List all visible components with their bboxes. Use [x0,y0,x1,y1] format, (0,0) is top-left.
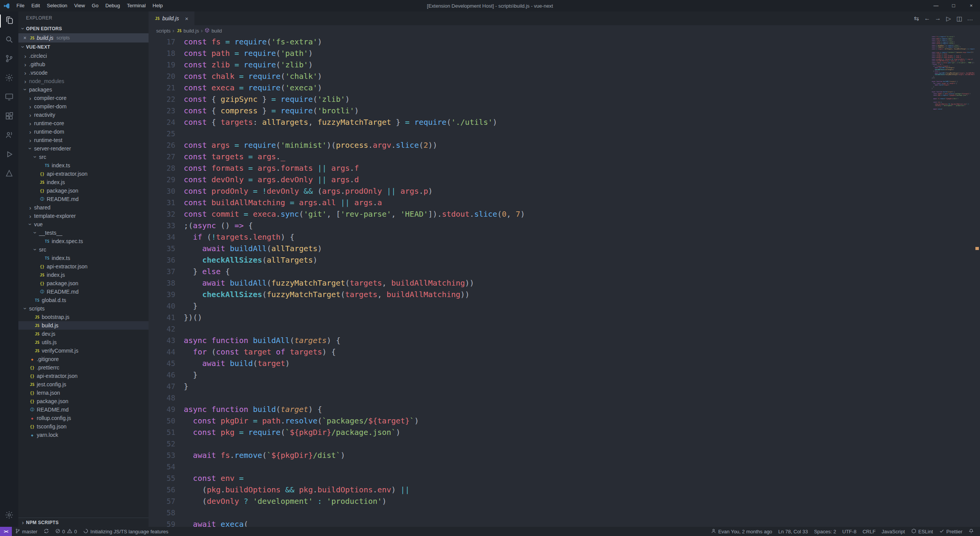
close-icon[interactable]: × [21,35,28,41]
menu-edit[interactable]: Edit [28,0,43,11]
activity-debug[interactable] [0,145,18,165]
code-line[interactable]: 36 checkAllSizes(allTargets) [149,254,980,266]
open-changes-icon[interactable]: ⇆ [911,15,922,22]
breadcrumb-build[interactable]: build [204,28,222,34]
folder-.github[interactable]: ›.github [18,60,149,69]
file-index.ts[interactable]: TSindex.ts [18,161,149,170]
menu-help[interactable]: Help [149,0,167,11]
folder-src[interactable]: ›src [18,245,149,254]
activity-settings-sync[interactable] [0,69,18,88]
file-dev.js[interactable]: JSdev.js [18,330,149,338]
file-.prettierrc[interactable]: {}.prettierrc [18,363,149,372]
code-line[interactable]: 30const prodOnly = !devOnly && (args.pro… [149,185,980,197]
folder-server-renderer[interactable]: ›server-renderer [18,144,149,153]
folder-node_modules[interactable]: ›node_modules [18,77,149,85]
status-eslint[interactable]: ESLint [908,527,936,536]
code-line[interactable]: 45 await build(target) [149,358,980,369]
activity-azure[interactable] [0,165,18,184]
code-line[interactable]: 50 const pkgDir = path.resolve(`packages… [149,415,980,427]
file-tsconfig.json[interactable]: {}tsconfig.json [18,422,149,431]
code-line[interactable]: 33;(async () => { [149,220,980,231]
code-line[interactable]: 41})() [149,312,980,323]
status-sync-changes[interactable] [41,527,52,536]
code-line[interactable]: 25 [149,128,980,139]
code-line[interactable]: 44 for (const target of targets) { [149,346,980,358]
file-jest.config.js[interactable]: JSjest.config.js [18,380,149,389]
code-line[interactable]: 17const fs = require('fs-extra') [149,36,980,47]
status-indentation[interactable]: Spaces: 2 [811,527,839,536]
file-build.js[interactable]: JSbuild.js [18,321,149,330]
more-actions-icon[interactable]: … [965,15,975,22]
file-global.d.ts[interactable]: TSglobal.d.ts [18,296,149,304]
status-blame-annotation[interactable]: Evan You, 2 months ago [708,527,775,536]
code-line[interactable]: 39 checkAllSizes(fuzzyMatchTarget(target… [149,289,980,300]
file-index.js[interactable]: JSindex.js [18,271,149,279]
status-notifications[interactable] [965,527,977,536]
activity-extensions[interactable] [0,107,18,126]
code-line[interactable]: 32const commit = execa.sync('git', ['rev… [149,208,980,220]
code-line[interactable]: 49async function build(target) { [149,404,980,415]
open-editor-build.js[interactable]: ×JSbuild.jsscripts [18,33,149,42]
activity-search[interactable] [0,31,18,50]
breadcrumb-build.js[interactable]: JSbuild.js [176,28,199,34]
status-git-branch[interactable]: master [12,527,41,536]
code-line[interactable]: 58 [149,507,980,518]
code-line[interactable]: 54 [149,461,980,472]
file-README.md[interactable]: ⓘREADME.md [18,195,149,203]
code-line[interactable]: 38 await buildAll(fuzzyMatchTarget(targe… [149,277,980,289]
folder-compiler-dom[interactable]: ›compiler-dom [18,102,149,111]
remote-indicator[interactable]: >< [0,527,12,536]
status-problems[interactable]: 00 [52,527,80,536]
code-line[interactable]: 37 } else { [149,266,980,277]
code-line[interactable]: 43async function buildAll(targets) { [149,335,980,346]
code-line[interactable]: 31const buildAllMatching = args.all || a… [149,197,980,208]
code-line[interactable]: 26const args = require('minimist')(proce… [149,139,980,151]
navigate-back-icon[interactable]: ← [922,15,933,22]
folder-.circleci[interactable]: ›.circleci [18,52,149,60]
code-line[interactable]: 27const targets = args._ [149,151,980,162]
close-button[interactable]: × [962,0,980,11]
file-index.spec.ts[interactable]: TSindex.spec.ts [18,237,149,245]
maximize-button[interactable]: □ [945,0,962,11]
status-language-status[interactable]: Initializing JS/TS language features [80,527,172,536]
activity-manage[interactable] [0,506,18,525]
project-header[interactable]: › VUE-NEXT [18,42,149,52]
file-yarn.lock[interactable]: ◆yarn.lock [18,431,149,439]
code-line[interactable]: 40 } [149,300,980,312]
file-README.md[interactable]: ⓘREADME.md [18,405,149,414]
code-line[interactable]: 57 (devOnly ? 'development' : 'productio… [149,495,980,507]
file-rollup.config.js[interactable]: ◆rollup.config.js [18,414,149,422]
folder-template-explorer[interactable]: ›template-explorer [18,212,149,220]
activity-source-control[interactable] [0,50,18,69]
file-lerna.json[interactable]: {}lerna.json [18,389,149,397]
npm-scripts-header[interactable]: › NPM SCRIPTS [18,518,149,527]
code-line[interactable]: 29const devOnly = args.devOnly || args.d [149,174,980,185]
status-eol[interactable]: CRLF [859,527,879,536]
file-index.ts[interactable]: TSindex.ts [18,254,149,262]
file-api-extractor.json[interactable]: {}api-extractor.json [18,170,149,178]
open-editors-header[interactable]: › OPEN EDITORS [18,24,149,33]
status-cursor-position[interactable]: Ln 78, Col 33 [775,527,811,536]
code-line[interactable]: 28const formats = args.formats || args.f [149,162,980,174]
code-line[interactable]: 47} [149,381,980,392]
status-encoding[interactable]: UTF-8 [839,527,859,536]
close-icon[interactable]: × [183,15,191,22]
overview-ruler[interactable] [975,36,980,527]
menu-selection[interactable]: Selection [43,0,70,11]
menu-debug[interactable]: Debug [102,0,123,11]
minimap[interactable]: const fs = require('fs-extra')const path… [932,36,975,527]
menu-go[interactable]: Go [88,0,102,11]
file-package.json[interactable]: {}package.json [18,279,149,288]
run-file-icon[interactable]: ▷ [943,15,954,22]
breadcrumb-scripts[interactable]: scripts [156,28,171,34]
code-line[interactable]: 52 [149,438,980,449]
activity-remote-explorer[interactable] [0,88,18,107]
file-api-extractor.json[interactable]: {}api-extractor.json [18,372,149,380]
code-line[interactable]: 22const { gzipSync } = require('zlib') [149,93,980,105]
minimize-button[interactable]: — [927,0,945,11]
code-line[interactable]: 51 const pkg = require(`${pkgDir}/packag… [149,427,980,438]
code-line[interactable]: 55 const env = [149,472,980,484]
code-line[interactable]: 46 } [149,369,980,381]
editor[interactable]: 17const fs = require('fs-extra')18const … [149,36,980,527]
code-line[interactable]: 20const chalk = require('chalk') [149,70,980,82]
